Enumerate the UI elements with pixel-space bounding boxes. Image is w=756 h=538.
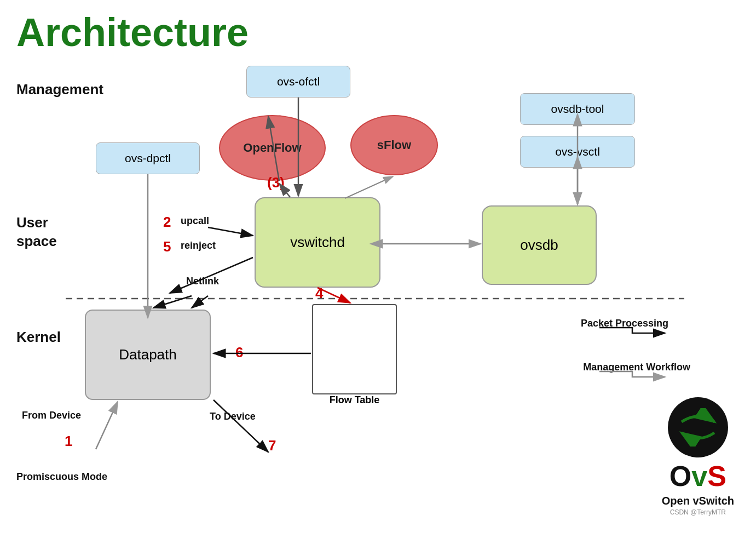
ovs-logo: O v S Open vSwitch CSDN @TerryMTR — [662, 397, 734, 516]
ovs-name: Open vSwitch — [662, 495, 734, 507]
ovs-ofctl-box: ovs-ofctl — [246, 66, 350, 98]
section-user-space: User space — [16, 214, 57, 251]
ovsdb-tool-box: ovsdb-tool — [520, 93, 635, 125]
section-kernel: Kernel — [16, 329, 61, 346]
promiscuous-label: Promiscuous Mode — [16, 471, 107, 483]
netlink-label: Netlink — [186, 276, 219, 287]
openflow-ellipse: OpenFlow — [219, 115, 326, 181]
vswitchd-box: vswitchd — [255, 197, 380, 288]
ovs-credit: CSDN @TerryMTR — [670, 508, 726, 516]
ovsdb-box: ovsdb — [482, 205, 597, 285]
reinject-label: reinject — [181, 240, 216, 251]
to-device-label: To Device — [210, 411, 256, 422]
ovs-dpctl-box: ovs-dpctl — [96, 142, 200, 174]
upcall-label: upcall — [181, 215, 209, 227]
from-device-label: From Device — [22, 410, 81, 421]
datapath-box: Datapath — [85, 310, 211, 400]
ovs-circle — [668, 397, 728, 457]
svg-line-16 — [213, 400, 268, 452]
num-1: 1 — [65, 433, 72, 450]
svg-line-15 — [96, 402, 118, 449]
num-7: 7 — [268, 437, 276, 454]
ovs-vsctl-box: ovs-vsctl — [520, 136, 635, 168]
sflow-ellipse: sFlow — [350, 115, 438, 175]
svg-line-9 — [192, 296, 208, 308]
svg-line-8 — [153, 296, 192, 308]
packet-processing-label: Packet Processing — [581, 318, 668, 329]
flow-table-box — [312, 304, 397, 394]
svg-line-4 — [345, 176, 393, 198]
num-5: 5 — [163, 238, 171, 255]
svg-line-6 — [208, 227, 253, 236]
flow-table-label: Flow Table — [307, 394, 402, 406]
num-4: 4 — [315, 285, 323, 302]
num-6: 6 — [235, 344, 243, 361]
management-workflow-label: Management Workflow — [583, 362, 690, 373]
page-title: Architecture — [16, 10, 249, 55]
num-2: 2 — [163, 214, 171, 231]
section-management: Management — [16, 81, 103, 98]
num-3: (3) — [267, 174, 285, 191]
